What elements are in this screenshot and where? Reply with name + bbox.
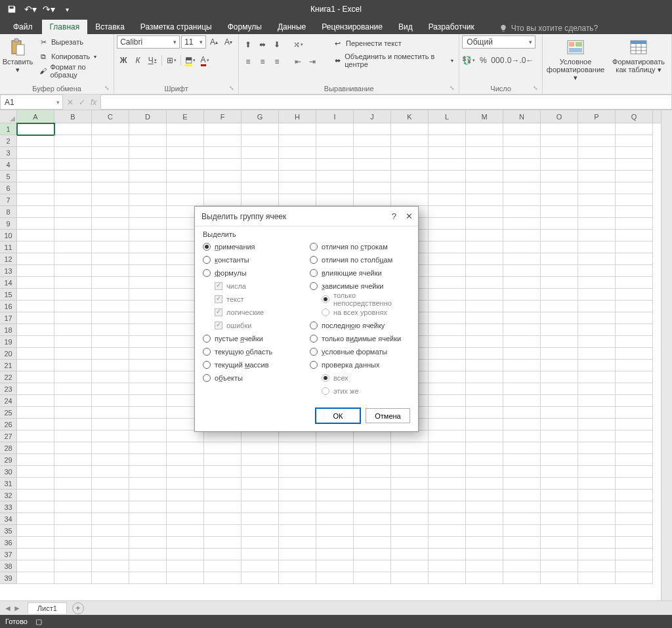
cell[interactable]: [503, 336, 541, 348]
cell[interactable]: [503, 277, 541, 289]
cell[interactable]: [54, 513, 92, 525]
column-header[interactable]: N: [503, 110, 541, 123]
cell[interactable]: [129, 501, 167, 513]
cell[interactable]: [616, 265, 653, 277]
row-header[interactable]: 7: [0, 194, 17, 206]
cell[interactable]: [466, 383, 503, 395]
bold-button[interactable]: Ж: [117, 54, 130, 67]
cell[interactable]: [503, 171, 541, 182]
cell[interactable]: [54, 171, 92, 182]
cell[interactable]: [391, 442, 429, 454]
cell[interactable]: [541, 454, 578, 466]
row-header[interactable]: 27: [0, 430, 17, 442]
cell[interactable]: [578, 324, 616, 336]
cell[interactable]: [616, 383, 653, 395]
cell[interactable]: [92, 442, 129, 454]
cell[interactable]: [354, 430, 391, 442]
cell[interactable]: [578, 312, 616, 324]
cell[interactable]: [466, 277, 503, 289]
name-box[interactable]: A1: [0, 94, 63, 110]
cell[interactable]: [578, 407, 616, 419]
cut-button[interactable]: ✂Вырезать: [35, 35, 111, 49]
cell[interactable]: [242, 560, 279, 572]
cell[interactable]: [466, 442, 503, 454]
cell[interactable]: [391, 182, 429, 194]
cell[interactable]: [429, 171, 466, 182]
cell[interactable]: [429, 442, 466, 454]
cell[interactable]: [54, 253, 92, 265]
cell[interactable]: [92, 230, 129, 241]
help-icon[interactable]: ?: [392, 211, 396, 221]
column-header[interactable]: E: [167, 110, 204, 123]
cell[interactable]: [204, 135, 242, 147]
cell[interactable]: [429, 159, 466, 171]
accounting-format-button[interactable]: 💱: [462, 54, 475, 67]
row-header[interactable]: 25: [0, 407, 17, 419]
cell[interactable]: [242, 549, 279, 560]
cell[interactable]: [129, 513, 167, 525]
number-format-combo[interactable]: Общий: [462, 35, 536, 49]
cell[interactable]: [354, 466, 391, 478]
tab-page-layout[interactable]: Разметка страницы: [133, 20, 220, 34]
fill-color-button[interactable]: ⬒: [184, 54, 197, 67]
decrease-indent-button[interactable]: ⇤: [291, 55, 304, 68]
cell[interactable]: [503, 478, 541, 490]
cell[interactable]: [429, 383, 466, 395]
border-button[interactable]: ⊞: [165, 54, 178, 67]
cell[interactable]: [578, 549, 616, 560]
cell[interactable]: [54, 182, 92, 194]
cell[interactable]: [578, 159, 616, 171]
cell[interactable]: [616, 454, 653, 466]
cell[interactable]: [204, 513, 242, 525]
cell[interactable]: [129, 430, 167, 442]
launcher-icon[interactable]: ⤡: [533, 85, 538, 91]
cell[interactable]: [92, 419, 129, 430]
cell[interactable]: [54, 218, 92, 230]
cell[interactable]: [54, 301, 92, 312]
cell[interactable]: [466, 501, 503, 513]
cell[interactable]: [204, 171, 242, 182]
cell[interactable]: [503, 430, 541, 442]
cell[interactable]: [129, 218, 167, 230]
cell[interactable]: [92, 182, 129, 194]
cell[interactable]: [354, 123, 391, 135]
cell[interactable]: [316, 537, 354, 549]
cell[interactable]: [167, 147, 204, 159]
cell[interactable]: [466, 549, 503, 560]
cell[interactable]: [129, 301, 167, 312]
cell[interactable]: [279, 442, 316, 454]
cell[interactable]: [429, 348, 466, 360]
cell[interactable]: [466, 253, 503, 265]
cell[interactable]: [503, 218, 541, 230]
cell[interactable]: [391, 430, 429, 442]
cell[interactable]: [354, 490, 391, 501]
cell[interactable]: [92, 560, 129, 572]
cell[interactable]: [242, 525, 279, 537]
cell[interactable]: [316, 135, 354, 147]
cell[interactable]: [466, 171, 503, 182]
row-header[interactable]: 16: [0, 301, 17, 312]
cell[interactable]: [503, 513, 541, 525]
cell[interactable]: [92, 277, 129, 289]
cell[interactable]: [204, 501, 242, 513]
cell[interactable]: [578, 371, 616, 383]
increase-decimal-button[interactable]: .0→: [505, 54, 518, 67]
cell[interactable]: [391, 478, 429, 490]
cell[interactable]: [17, 206, 54, 218]
cell[interactable]: [354, 171, 391, 182]
cell[interactable]: [167, 572, 204, 584]
cell[interactable]: [578, 301, 616, 312]
cell[interactable]: [503, 501, 541, 513]
merge-center-button[interactable]: ⬌Объединить и поместить в центре▾: [330, 54, 456, 67]
cell[interactable]: [92, 135, 129, 147]
cell[interactable]: [541, 147, 578, 159]
cell[interactable]: [541, 466, 578, 478]
cell[interactable]: [316, 572, 354, 584]
cell[interactable]: [167, 171, 204, 182]
cell[interactable]: [129, 549, 167, 560]
cell[interactable]: [541, 289, 578, 301]
launcher-icon[interactable]: ⤡: [229, 85, 234, 91]
cell[interactable]: [578, 194, 616, 206]
cell[interactable]: [54, 147, 92, 159]
cell[interactable]: [17, 147, 54, 159]
